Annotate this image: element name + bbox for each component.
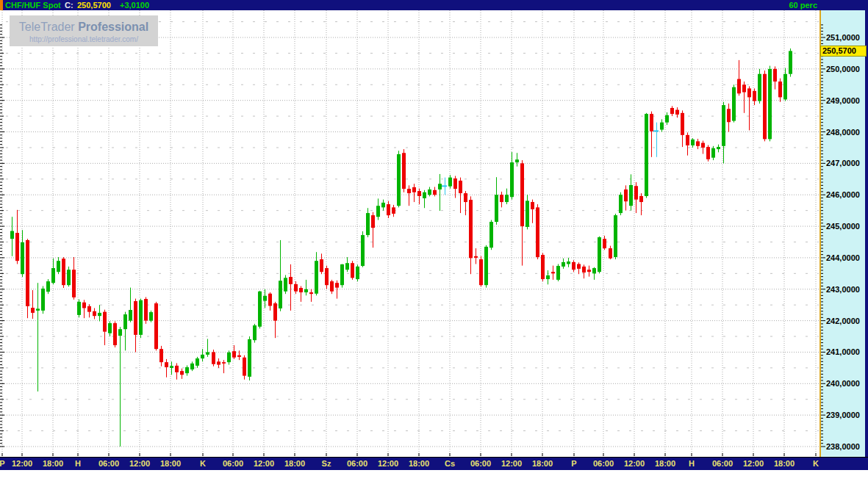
candle-body[interactable] <box>464 193 467 202</box>
candle-body[interactable] <box>144 299 148 321</box>
candle-body[interactable] <box>459 181 462 193</box>
candle-body[interactable] <box>98 313 101 316</box>
candle-body[interactable] <box>448 178 452 187</box>
candle-body[interactable] <box>263 296 267 301</box>
candle-body[interactable] <box>185 367 189 373</box>
candle-body[interactable] <box>402 153 406 189</box>
candle-body[interactable] <box>536 207 539 257</box>
candle-body[interactable] <box>562 262 565 267</box>
candle-body[interactable] <box>619 195 623 213</box>
candle-body[interactable] <box>520 163 524 226</box>
candle-body[interactable] <box>645 114 648 196</box>
candle-body[interactable] <box>567 261 570 264</box>
candle-body[interactable] <box>77 302 81 315</box>
candle-body[interactable] <box>428 189 431 195</box>
candle-body[interactable] <box>686 135 689 145</box>
candle-body[interactable] <box>31 308 35 313</box>
candle-body[interactable] <box>423 192 426 198</box>
candle-body[interactable] <box>614 215 617 257</box>
candle-body[interactable] <box>139 300 143 335</box>
candle-body[interactable] <box>304 289 308 292</box>
candle-body[interactable] <box>320 259 323 272</box>
candle-body[interactable] <box>243 358 246 376</box>
candle-body[interactable] <box>289 277 293 284</box>
candle-body[interactable] <box>469 200 473 258</box>
candle-body[interactable] <box>747 88 751 97</box>
candle-body[interactable] <box>273 303 277 321</box>
candle-body[interactable] <box>381 203 385 207</box>
candle-body[interactable] <box>515 159 519 162</box>
candle-body[interactable] <box>340 264 344 285</box>
candle-body[interactable] <box>36 308 40 311</box>
candle-body[interactable] <box>356 267 359 279</box>
candle-body[interactable] <box>505 195 509 202</box>
candle-body[interactable] <box>351 263 354 278</box>
candle-body[interactable] <box>629 185 633 206</box>
candle-body[interactable] <box>453 178 457 189</box>
candle-body[interactable] <box>722 105 725 146</box>
candle-body[interactable] <box>21 242 24 274</box>
candle-body[interactable] <box>196 358 199 366</box>
candle-body[interactable] <box>763 74 767 140</box>
candle-body[interactable] <box>57 261 60 272</box>
candle-body[interactable] <box>51 268 55 283</box>
candle-body[interactable] <box>531 202 534 209</box>
candle-body[interactable] <box>170 366 173 368</box>
candle-body[interactable] <box>711 148 715 158</box>
candle-body[interactable] <box>284 278 287 291</box>
candle-body[interactable] <box>165 362 168 367</box>
candle-body[interactable] <box>706 147 710 159</box>
candle-body[interactable] <box>442 185 447 187</box>
candle-body[interactable] <box>551 272 555 273</box>
candle-body[interactable] <box>778 82 782 97</box>
candle-body[interactable] <box>768 69 772 140</box>
candle-body[interactable] <box>294 284 298 292</box>
candle-body[interactable] <box>479 259 483 285</box>
candle-body[interactable] <box>26 240 29 306</box>
candle-body[interactable] <box>366 213 370 235</box>
candle-body[interactable] <box>330 281 334 292</box>
candle-body[interactable] <box>489 222 493 248</box>
candle-body[interactable] <box>624 189 628 201</box>
candle-body[interactable] <box>129 310 132 321</box>
candle-body[interactable] <box>268 294 272 306</box>
candle-body[interactable] <box>227 353 231 362</box>
candle-body[interactable] <box>603 239 606 248</box>
candle-body[interactable] <box>123 314 127 329</box>
candle-body[interactable] <box>526 201 529 227</box>
candle-body[interactable] <box>587 270 591 272</box>
candle-body[interactable] <box>737 79 741 94</box>
candle-body[interactable] <box>592 268 596 273</box>
candle-body[interactable] <box>392 207 395 214</box>
candle-body[interactable] <box>789 51 792 73</box>
candle-body[interactable] <box>253 325 257 340</box>
candle-body[interactable] <box>670 108 674 114</box>
candle-body[interactable] <box>232 351 236 358</box>
candle-body[interactable] <box>691 140 695 145</box>
candle-body[interactable] <box>309 292 313 294</box>
candle-body[interactable] <box>93 311 96 316</box>
candle-body[interactable] <box>438 184 442 189</box>
candle-body[interactable] <box>279 281 282 308</box>
candle-body[interactable] <box>665 115 669 123</box>
candle-body[interactable] <box>113 323 117 345</box>
candle-body[interactable] <box>773 69 777 82</box>
candle-body[interactable] <box>727 109 731 122</box>
candle-body[interactable] <box>681 113 684 135</box>
candle-body[interactable] <box>397 154 401 206</box>
candle-body[interactable] <box>248 339 251 377</box>
candle-body[interactable] <box>376 206 380 217</box>
candle-body[interactable] <box>758 74 761 101</box>
candle-body[interactable] <box>675 110 679 115</box>
candle-body[interactable] <box>335 283 339 287</box>
candle-body[interactable] <box>696 141 700 145</box>
candle-body[interactable] <box>653 130 659 131</box>
candle-body[interactable] <box>598 237 601 272</box>
candle-body[interactable] <box>154 303 158 349</box>
candle-body[interactable] <box>237 355 241 357</box>
candle-body[interactable] <box>412 187 416 192</box>
candle-body[interactable] <box>299 288 303 292</box>
candle-body[interactable] <box>639 196 643 202</box>
candle-body[interactable] <box>717 147 720 149</box>
candle-body[interactable] <box>67 270 71 285</box>
